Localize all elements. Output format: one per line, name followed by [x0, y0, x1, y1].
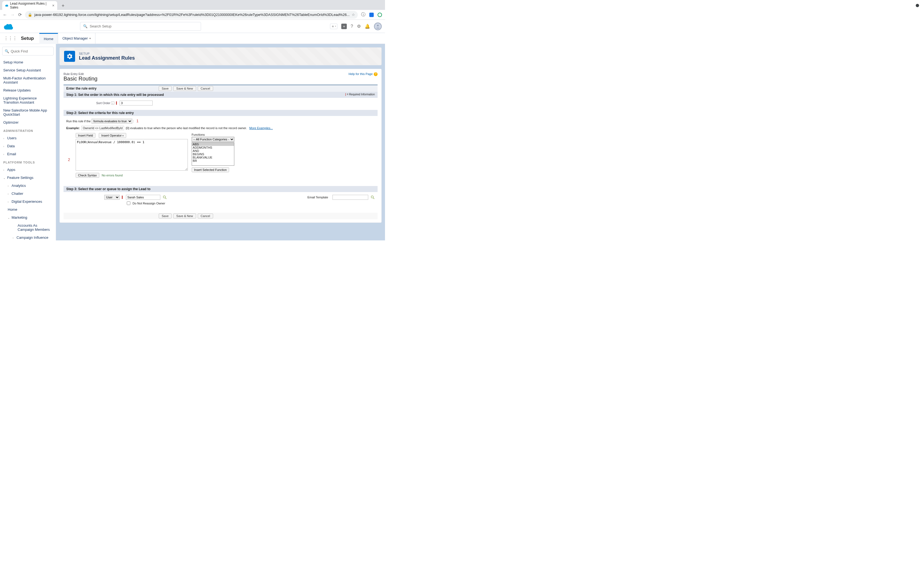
gear-icon[interactable]: ⚙: [357, 24, 361, 29]
close-icon[interactable]: ×: [52, 3, 55, 8]
sidebar-item-chatter[interactable]: ›Chatter: [2, 190, 53, 198]
required-marker: [122, 196, 123, 199]
sidebar-item-accounts-campaign[interactable]: Accounts As Campaign Members: [2, 221, 53, 234]
browser-tab[interactable]: Lead Assignment Rules | Sales ×: [2, 1, 57, 10]
functions-list[interactable]: ABS ADDMONTHS AND BEGINS BLANKVALUE BR: [192, 142, 234, 166]
global-search[interactable]: 🔍 Search Setup: [80, 22, 201, 31]
cancel-button[interactable]: Cancel: [198, 86, 213, 91]
page-eyebrow: SETUP: [79, 52, 135, 55]
formula-textarea[interactable]: FLOOR(AnnualRevenue / 1000000.0) == 1: [76, 139, 188, 171]
save-button[interactable]: Save: [159, 86, 171, 91]
sidebar-item-data[interactable]: ›Data: [2, 142, 53, 150]
example-formula: OwnerId <> LastModifiedById: [81, 126, 124, 130]
sidebar-item-users[interactable]: ›Users: [2, 134, 53, 142]
quick-find-input[interactable]: 🔍 Quick Find: [2, 47, 53, 55]
help-link[interactable]: Help for this Page?: [349, 72, 378, 76]
sidebar-item-analytics[interactable]: ›Analytics: [2, 182, 53, 190]
email-template-label: Email Template: [307, 196, 328, 199]
user-avatar[interactable]: [374, 23, 382, 30]
svg-line-4: [373, 198, 374, 199]
annotation-1: 1: [136, 119, 139, 123]
salesforce-logo[interactable]: [3, 23, 14, 30]
forward-icon: →: [10, 12, 15, 17]
do-not-reassign-checkbox[interactable]: [127, 201, 130, 205]
sidebar-item-setup-home[interactable]: Setup Home: [2, 58, 53, 66]
tab-title: Lead Assignment Rules | Sales: [10, 2, 50, 9]
function-option-begins[interactable]: BEGINS: [192, 153, 234, 156]
lookup-icon[interactable]: [163, 195, 167, 200]
syntax-result: No errors found: [102, 174, 123, 177]
new-tab-button[interactable]: +: [60, 2, 67, 10]
global-actions-button[interactable]: +: [341, 24, 347, 29]
extension-icon-1[interactable]: [369, 13, 374, 17]
sidebar-item-marketing[interactable]: ⌄Marketing: [2, 213, 53, 221]
sidebar-item-release-updates[interactable]: Release Updates: [2, 86, 53, 94]
lookup-icon[interactable]: [370, 195, 375, 200]
function-option-addmonths[interactable]: ADDMONTHS: [192, 146, 234, 149]
save-new-button-bottom[interactable]: Save & New: [173, 213, 196, 218]
app-launcher-icon[interactable]: ⋮⋮⋮: [4, 36, 17, 41]
insert-field-button[interactable]: Insert Field: [76, 133, 95, 138]
page-header: SETUP Lead Assignment Rules: [60, 47, 382, 65]
more-examples-link[interactable]: More Examples...: [249, 126, 273, 130]
app-name: Setup: [21, 36, 34, 41]
sidebar-item-digital-experiences[interactable]: ›Digital Experiences: [2, 198, 53, 206]
annotation-2: 2: [68, 158, 70, 162]
sidebar-item-email[interactable]: ›Email: [2, 150, 53, 158]
save-button-bottom[interactable]: Save: [159, 213, 171, 218]
search-icon: 🔍: [83, 24, 87, 28]
function-option-br[interactable]: BR: [192, 159, 234, 163]
sidebar-item-apps[interactable]: ›Apps: [2, 166, 53, 174]
function-option-and[interactable]: AND: [192, 149, 234, 153]
tab-object-manager[interactable]: Object Manager ▾: [58, 33, 96, 44]
functions-label: Functions: [192, 133, 234, 136]
back-icon[interactable]: ←: [3, 12, 7, 17]
example-text: {0} evaluates to true when the person wh…: [126, 126, 247, 130]
notifications-icon[interactable]: 🔔: [365, 24, 370, 29]
svg-point-1: [163, 196, 166, 198]
function-option-blankvalue[interactable]: BLANKVALUE: [192, 156, 234, 159]
url-text: java-power-66192.lightning.force.com/lig…: [34, 13, 349, 17]
rule-entry-panel: Help for this Page? Rule Entry Edit Basi…: [60, 69, 382, 223]
assignee-input[interactable]: [126, 195, 160, 200]
example-label: Example:: [66, 126, 80, 130]
assignee-type-select[interactable]: User: [104, 195, 120, 200]
sidebar-item-mobile-quickstart[interactable]: New Salesforce Mobile App QuickStart: [2, 106, 53, 118]
extension-icon-2[interactable]: [378, 13, 382, 17]
sidebar-item-optimizer[interactable]: Optimizer: [2, 118, 53, 126]
favorites-button[interactable]: ★▾: [330, 24, 338, 29]
star-icon[interactable]: ☆: [352, 13, 355, 17]
email-template-input[interactable]: [333, 195, 368, 200]
sort-order-label: Sort Orderi: [66, 102, 115, 105]
sidebar-item-lex-transition[interactable]: Lightning Experience Transition Assistan…: [2, 94, 53, 106]
sidebar-section-platform: PLATFORM TOOLS: [2, 158, 53, 166]
sidebar-item-service-setup[interactable]: Service Setup Assistant: [2, 66, 53, 74]
tab-home[interactable]: Home: [39, 33, 58, 44]
sidebar-item-feature-settings[interactable]: ⌄Feature Settings: [2, 174, 53, 182]
svg-point-0: [377, 25, 379, 26]
sidebar-item-campaign-influence[interactable]: ›Campaign Influence: [2, 234, 53, 240]
function-option-abs[interactable]: ABS: [192, 143, 234, 146]
check-syntax-button[interactable]: Check Syntax: [76, 173, 99, 178]
address-bar[interactable]: 🔒 java-power-66192.lightning.force.com/l…: [25, 11, 358, 19]
sidebar-item-mfa-assistant[interactable]: Multi-Factor Authentication Assistant: [2, 74, 53, 86]
run-rule-label: Run this rule if the: [66, 119, 91, 123]
lock-icon: 🔒: [28, 13, 32, 17]
chevron-down-icon: ▾: [89, 37, 91, 40]
cancel-button-bottom[interactable]: Cancel: [198, 213, 213, 218]
sort-order-input[interactable]: [120, 101, 153, 105]
save-new-button[interactable]: Save & New: [173, 86, 196, 91]
insert-selected-function-button[interactable]: Insert Selected Function: [192, 167, 229, 172]
criteria-type-select[interactable]: formula evaluates to true: [92, 119, 132, 124]
info-icon[interactable]: ⓘ: [361, 12, 365, 18]
reload-icon[interactable]: ⟳: [18, 12, 22, 17]
help-icon[interactable]: ?: [351, 24, 353, 29]
sidebar-item-home[interactable]: Home: [2, 206, 53, 213]
step2-header: Step 2: Select the criteria for this rul…: [63, 110, 378, 116]
rule-title: Basic Routing: [63, 76, 378, 82]
function-category-select[interactable]: -- All Function Categories --: [192, 137, 234, 142]
info-icon[interactable]: i: [111, 102, 115, 105]
insert-operator-button[interactable]: Insert Operator: [99, 133, 126, 138]
help-icon: ?: [374, 72, 378, 76]
pre-title: Rule Entry Edit: [63, 72, 378, 76]
